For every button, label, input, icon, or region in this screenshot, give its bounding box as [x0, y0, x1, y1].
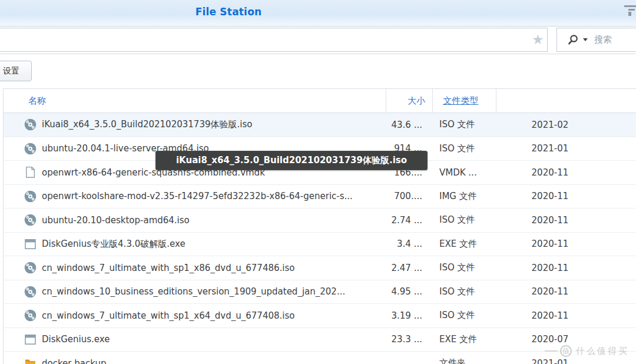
- file-name: cn_windows_7_ultimate_with_sp1_x64_dvd_u…: [42, 310, 294, 321]
- search-icon: [567, 34, 579, 46]
- file-name: cn_windows_10_business_editions_version_…: [42, 286, 345, 297]
- folder-icon: [24, 357, 37, 364]
- file-date: 2021-01: [492, 358, 636, 364]
- file-type: EXE 文件: [429, 334, 492, 345]
- file-date: 2020-11: [492, 167, 636, 178]
- file-name: docker backup: [42, 358, 106, 364]
- cell-name: iKuai8_x64_3.5.0_Build202102031739体验版.is…: [4, 118, 383, 131]
- app-title: File Station: [152, 6, 305, 18]
- file-type: ISO 文件: [429, 262, 492, 273]
- file-table: 名称 大小 文件类型 iKuai8_x64_3.5.0_Build2021020…: [4, 89, 636, 364]
- cell-name: docker backup: [4, 357, 383, 364]
- file-name: iKuai8_x64_3.5.0_Build202102031739体验版.is…: [42, 119, 252, 130]
- title-bar: File Station: [0, 0, 636, 27]
- file-station-window: File Station ★ 搜索 设置 名称 大小: [0, 0, 636, 364]
- file-size: 3.19 ...: [383, 310, 429, 321]
- table-row[interactable]: docker backup文件夹2021-01: [4, 352, 636, 364]
- column-header-size[interactable]: 大小: [386, 89, 432, 112]
- file-date: 2021-01: [492, 143, 636, 154]
- file-type: ISO 文件: [429, 214, 492, 226]
- file-type: ISO 文件: [429, 143, 492, 154]
- file-name: DiskGenius专业版4.3.0破解版.exe: [42, 239, 186, 250]
- file-date: 2020-11: [492, 286, 636, 297]
- file-name: ubuntu-20.10-desktop-amd64.iso: [42, 215, 190, 226]
- column-header-date[interactable]: [496, 89, 636, 112]
- file-size: 2.47 ...: [383, 263, 429, 273]
- file-date: 2020-11: [492, 239, 636, 249]
- table-row[interactable]: DiskGenius.exe23.3 ...EXE 文件2020-07: [4, 328, 636, 352]
- file-size: 3.4 ...: [383, 239, 429, 249]
- file-date: 2020-11: [492, 191, 636, 201]
- file-name: openwrt-koolshare-mod-v2.35-r14297-5efd3…: [42, 191, 353, 201]
- table-row[interactable]: cn_windows_7_ultimate_with_sp1_x86_dvd_u…: [4, 256, 636, 280]
- application-exe-icon: [24, 238, 37, 250]
- table-row[interactable]: cn_windows_7_ultimate_with_sp1_x64_dvd_u…: [4, 304, 636, 328]
- pin-icon[interactable]: [624, 5, 636, 18]
- settings-button[interactable]: 设置: [0, 61, 32, 81]
- file-date: 2021-02: [492, 120, 636, 130]
- disc-image-icon: [24, 143, 37, 155]
- file-name: DiskGenius.exe: [42, 334, 110, 345]
- file-type: ISO 文件: [429, 286, 492, 297]
- table-row[interactable]: cn_windows_10_business_editions_version_…: [4, 280, 636, 305]
- disc-image-icon: [24, 214, 37, 226]
- file-size: 2.74 ...: [383, 215, 429, 226]
- file-size: 23.3 ...: [383, 334, 429, 345]
- path-input[interactable]: [0, 28, 548, 52]
- file-type: 文件夹: [429, 358, 492, 364]
- file-date: 2020-11: [492, 263, 636, 273]
- disc-image-icon: [24, 309, 37, 322]
- search-box[interactable]: 搜索: [556, 28, 636, 52]
- disc-image-icon: [24, 286, 37, 298]
- cell-name: ubuntu-20.10-desktop-amd64.iso: [4, 214, 383, 226]
- table-row[interactable]: ubuntu-20.10-desktop-amd64.iso2.74 ...IS…: [4, 209, 636, 233]
- file-type: ISO 文件: [429, 119, 492, 130]
- search-options-caret-icon[interactable]: [583, 38, 588, 41]
- cell-name: cn_windows_10_business_editions_version_…: [4, 286, 383, 298]
- file-size: 700....: [383, 191, 429, 201]
- cell-name: cn_windows_7_ultimate_with_sp1_x64_dvd_u…: [4, 309, 383, 322]
- file-name: cn_windows_7_ultimate_with_sp1_x86_dvd_u…: [42, 263, 294, 273]
- file-date: 2020-11: [492, 215, 636, 226]
- application-exe-icon: [24, 333, 37, 346]
- file-date: 2020-11: [492, 310, 636, 321]
- favorite-star-icon[interactable]: ★: [532, 31, 544, 48]
- search-placeholder: 搜索: [594, 34, 612, 45]
- table-row[interactable]: DiskGenius专业版4.3.0破解版.exe3.4 ...EXE 文件20…: [4, 233, 636, 257]
- smzdm-watermark: 值 什么值得买: [545, 345, 629, 357]
- file-size: 4.95 ...: [383, 286, 429, 297]
- filename-tooltip: iKuai8_x64_3.5.0_Build202102031739体验版.is…: [155, 151, 428, 170]
- watermark-dash: [545, 350, 558, 352]
- column-header-type[interactable]: 文件类型: [432, 89, 495, 112]
- cell-name: cn_windows_7_ultimate_with_sp1_x86_dvd_u…: [4, 262, 383, 274]
- column-header-name[interactable]: 名称: [4, 89, 386, 112]
- disc-image-icon: [24, 262, 37, 274]
- table-row[interactable]: openwrt-koolshare-mod-v2.35-r14297-5efd3…: [4, 185, 636, 209]
- cell-name: DiskGenius专业版4.3.0破解版.exe: [4, 238, 383, 250]
- document-file-icon: [24, 166, 37, 178]
- action-bar: 设置: [0, 54, 636, 88]
- path-toolbar: ★ 搜索: [0, 27, 636, 54]
- smzdm-logo-icon: 值: [560, 345, 572, 357]
- file-type: IMG 文件: [429, 191, 492, 202]
- file-size: 43.6 ...: [383, 120, 429, 130]
- file-type: EXE 文件: [429, 239, 492, 250]
- cell-name: openwrt-koolshare-mod-v2.35-r14297-5efd3…: [4, 190, 383, 203]
- file-date: 2020-07: [492, 334, 636, 345]
- disc-image-icon: [24, 118, 37, 131]
- disc-image-icon: [24, 190, 37, 203]
- file-type: VMDK ...: [429, 167, 492, 178]
- file-type: ISO 文件: [429, 310, 492, 321]
- table-row[interactable]: iKuai8_x64_3.5.0_Build202102031739体验版.is…: [4, 113, 636, 137]
- table-header: 名称 大小 文件类型: [4, 89, 636, 113]
- cell-name: DiskGenius.exe: [4, 333, 383, 346]
